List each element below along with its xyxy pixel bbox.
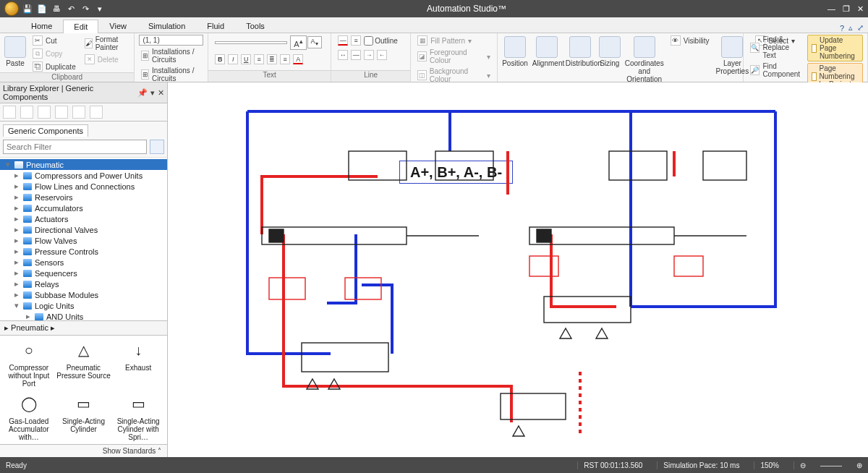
palette-item[interactable]: ○Compressor without Input Port — [1, 338, 56, 388]
tree-item[interactable]: ▸Compressors and Power Units — [0, 170, 167, 181]
copy-button[interactable]: ⧉Copy — [30, 48, 78, 59]
delete-button[interactable]: ✕Delete — [82, 54, 130, 65]
arrow-left-icon[interactable]: ← — [377, 50, 387, 60]
position-button[interactable]: Position — [502, 35, 528, 67]
palette-item[interactable]: ◯Gas-Loaded Accumulator with… — [1, 392, 56, 441]
qat-redo-icon[interactable]: ↷ — [80, 3, 91, 14]
tab-view[interactable]: View — [98, 19, 137, 33]
ex-tool-6[interactable] — [90, 106, 103, 119]
update-page-numbering-button[interactable]: Update Page Numbering — [807, 35, 863, 61]
tree-item[interactable]: ▸Sequencers — [0, 268, 167, 278]
outline-checkbox[interactable]: Outline — [364, 36, 398, 46]
italic-icon[interactable]: I — [228, 54, 238, 64]
tab-fluid[interactable]: Fluid — [196, 19, 235, 33]
align-right-icon[interactable]: ≡ — [280, 54, 290, 64]
line-color-icon[interactable]: — — [338, 35, 348, 46]
align-left-icon[interactable]: ≡ — [254, 54, 264, 64]
palette-item[interactable]: △Pneumatic Pressure Source — [56, 338, 111, 388]
tree-item[interactable]: ▸Directional Valves — [0, 224, 167, 235]
explorer-breadcrumb[interactable]: ▸ Pneumatic ▸ — [0, 320, 167, 336]
tree-item[interactable]: ▸Pressure Controls — [0, 246, 167, 257]
find-component-button[interactable]: 🔎Find Component — [748, 61, 803, 79]
fill-pattern-button[interactable]: ▦Fill Pattern ▾ — [415, 35, 493, 46]
palette-item[interactable]: ▭Single-Acting Cylinder — [56, 392, 111, 441]
expand-icon[interactable]: ▸ — [13, 192, 20, 202]
coordinates-button[interactable]: Coordinates and Orientation — [625, 35, 664, 83]
expand-icon[interactable]: ▸ — [13, 257, 20, 267]
search-input[interactable] — [3, 140, 147, 154]
app-orb-icon[interactable] — [4, 1, 19, 16]
close-button[interactable]: ✕ — [857, 4, 864, 14]
ex-tool-5[interactable] — [72, 106, 85, 119]
expand-icon[interactable]: ▾ — [4, 160, 12, 169]
tree-item[interactable]: ▸Flow Valves — [0, 235, 167, 246]
tree-item[interactable]: ▸Sensors — [0, 257, 167, 268]
expand-icon[interactable]: ▸ — [13, 290, 20, 299]
arrow-both-icon[interactable]: ↔ — [338, 50, 348, 60]
expand-icon[interactable]: ▸ — [13, 279, 20, 289]
explorer-tab[interactable]: Generic Components — [3, 124, 88, 137]
ribbon-expand-icon[interactable]: ⤢ — [857, 23, 864, 33]
line-style-icon[interactable]: ≡ — [351, 35, 361, 46]
zoom-slider[interactable]: ——— — [820, 461, 842, 469]
explorer-pin-icon[interactable]: 📌 — [137, 88, 148, 98]
tree-item[interactable]: ▸Accumulators — [0, 203, 167, 213]
qat-print-icon[interactable]: 🖶 — [51, 3, 62, 14]
format-painter-button[interactable]: 🖌Format Painter — [82, 35, 130, 52]
qat-undo-icon[interactable]: ↶ — [65, 3, 77, 14]
ex-tool-2[interactable] — [20, 106, 33, 119]
help-icon[interactable]: ? — [840, 24, 844, 33]
search-settings-icon[interactable] — [150, 140, 164, 154]
expand-icon[interactable]: ▸ — [25, 312, 32, 320]
expand-icon[interactable]: ▸ — [13, 171, 20, 180]
ribbon-collapse-icon[interactable]: ▵ — [848, 23, 853, 33]
tab-tools[interactable]: Tools — [235, 19, 276, 33]
bold-icon[interactable]: B — [215, 54, 225, 64]
installations-row-1[interactable]: ⊞Installations / Circuits — [139, 47, 203, 64]
installations-row-2[interactable]: ⊞Installations / Circuits — [139, 66, 203, 83]
palette-item[interactable]: ▭Single-Acting Cylinder with Spri… — [111, 392, 166, 441]
visibility-button[interactable]: 👁Visibility — [668, 35, 712, 46]
expand-icon[interactable]: ▸ — [13, 247, 20, 256]
alignment-button[interactable]: Alignment — [532, 35, 561, 67]
qat-save-icon[interactable]: 💾 — [22, 3, 33, 14]
expand-icon[interactable]: ▸ — [13, 268, 20, 278]
font-decrease-button[interactable]: A▾ — [307, 36, 322, 48]
underline-icon[interactable]: U — [241, 54, 251, 64]
background-button[interactable]: ◫Background Colour ▾ — [415, 67, 493, 84]
arrow-right-icon[interactable]: → — [364, 50, 374, 60]
ex-tool-3[interactable] — [38, 106, 51, 119]
ex-tool-4[interactable] — [55, 106, 68, 119]
palette-item[interactable]: ↓Exhaust — [111, 338, 166, 388]
zoom-out-icon[interactable]: ⊖ — [793, 461, 806, 469]
expand-icon[interactable]: ▸ — [13, 214, 20, 223]
component-tree[interactable]: ▾Pneumatic▸Compressors and Power Units▸F… — [0, 158, 167, 320]
tree-item[interactable]: ▾Logic Units — [0, 300, 167, 311]
duplicate-button[interactable]: ⿻Duplicate — [30, 61, 78, 72]
qat-dropdown-icon[interactable]: ▾ — [94, 3, 106, 14]
find-replace-button[interactable]: 🔍Find & Replace Text — [748, 35, 803, 60]
align-center-icon[interactable]: ≣ — [267, 54, 277, 64]
tree-item[interactable]: ▸Actuators — [0, 213, 167, 224]
tree-item[interactable]: ▸AND Units — [0, 311, 167, 320]
font-color-icon[interactable]: A — [293, 54, 303, 64]
qat-new-icon[interactable]: 📄 — [36, 3, 48, 14]
expand-icon[interactable]: ▸ — [13, 236, 20, 245]
zoom-in-icon[interactable]: ⊕ — [856, 461, 862, 469]
tree-item[interactable]: ▸Flow Lines and Connections — [0, 181, 167, 192]
minimize-button[interactable]: — — [827, 4, 835, 14]
maximize-button[interactable]: ❐ — [843, 4, 850, 14]
font-increase-button[interactable]: A▴ — [290, 35, 306, 50]
tree-item[interactable]: ▸Relays — [0, 278, 167, 289]
tree-item[interactable]: ▾Pneumatic — [0, 159, 167, 170]
paste-button[interactable]: Paste — [4, 35, 26, 67]
ex-tool-1[interactable] — [3, 106, 16, 119]
tree-item[interactable]: ▸Reservoirs — [0, 192, 167, 203]
explorer-close-icon[interactable]: ✕ — [158, 88, 164, 98]
foreground-button[interactable]: ◪Foreground Colour ▾ — [415, 48, 493, 65]
sizing-button[interactable]: Sizing — [599, 35, 621, 67]
coords-combo[interactable]: (1, 1) — [139, 35, 203, 46]
canvas[interactable]: A+, B+, A-, B- EmergencyStop — [168, 82, 868, 457]
tab-edit[interactable]: Edit — [63, 20, 98, 33]
expand-icon[interactable]: ▾ — [13, 301, 20, 310]
